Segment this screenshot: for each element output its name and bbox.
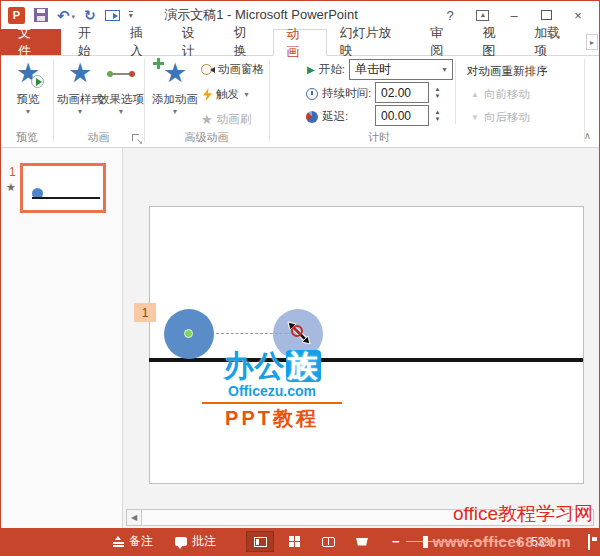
save-icon[interactable] [34,8,48,22]
lightning-icon [203,88,212,101]
undo-icon[interactable]: ↶ [57,8,75,23]
animation-pane-icon [201,63,214,76]
start-label-row: ▶ 开始: [307,62,345,77]
thumbnail-line [32,197,100,199]
slide[interactable] [149,206,584,484]
animation-pane-button[interactable]: 动画窗格 [201,62,264,77]
comments-icon [175,537,187,546]
chevron-down-icon: ▼ [243,91,250,98]
slide-canvas[interactable]: 1 办公族 Officezu.com PPT教程 [124,148,599,528]
animation-painter-button[interactable]: ★ 动画刷 [201,112,251,127]
tab-overflow-icon[interactable]: ▸ [586,34,598,50]
slide-thumbnails-panel: 1 ★ [1,148,123,528]
ribbon: ★ 预览 ▼ 预览 ★ 动画样式 ▼ 效果选项 ▼ 动画 ★ 添加动画 ▼ 动画… [1,56,599,148]
delay-pie-icon [306,111,318,123]
redo-icon[interactable]: ↻ [84,8,96,22]
tab-addins[interactable]: 加载项 [521,29,586,55]
tab-file[interactable]: 文件 [1,29,61,55]
slide-sorter-icon [289,536,300,547]
tab-review[interactable]: 审阅 [417,29,469,55]
quick-access-toolbar: P ↶ ↻ ▾ [1,7,133,24]
notes-icon [113,536,124,547]
scroll-left-icon[interactable]: ◀ [126,509,142,526]
content-area: 1 ★ 1 [1,148,599,528]
chevron-down-icon: ▼ [25,108,32,116]
tab-home[interactable]: 开始 [65,29,117,55]
timing-separator [455,60,456,124]
slide-thumbnail[interactable] [20,163,106,213]
ribbon-tabs: 文件 开始 插入 设计 切换 动画 幻灯片放映 审阅 视图 加载项 ▸ [1,29,599,56]
dialog-launcher-icon[interactable] [132,134,142,144]
animation-indicator-star-icon: ★ [6,181,16,194]
ribbon-display-options-icon[interactable] [469,4,495,26]
move-earlier-button[interactable]: ▲ 向前移动 [471,87,530,102]
animation-order-badge[interactable]: 1 [134,303,156,322]
preview-star-icon: ★ [16,58,40,90]
window-controls: ? – × [437,4,599,26]
chevron-down-icon: ▼ [77,108,84,116]
reading-view-button[interactable] [314,531,342,552]
slideshow-icon [356,538,368,546]
add-animation-star-icon: ★ [163,58,187,90]
trigger-button[interactable]: 触发 ▼ [203,87,250,102]
start-dropdown[interactable]: 单击时 ▼ [349,59,453,80]
motion-path-start-dot[interactable] [184,329,193,338]
delay-input[interactable]: 00.00 [375,105,429,126]
resize-cursor-icon [286,320,312,346]
start-slideshow-icon[interactable] [105,10,120,21]
status-bar: 备注 批注 − + 53% www.office68.com [1,528,599,555]
watermark-divider [202,402,342,404]
chevron-down-icon: ▼ [118,108,125,116]
group-name-advanced: 高级动画 [144,130,269,145]
fit-to-window-button[interactable] [588,535,590,549]
chevron-down-icon[interactable]: ▼ [437,60,452,79]
tab-slideshow[interactable]: 幻灯片放映 [327,29,418,55]
minimize-icon[interactable]: – [501,4,527,26]
group-name-preview: 预览 [1,130,53,145]
normal-view-icon [254,537,267,547]
notes-button[interactable]: 备注 [113,533,153,550]
delay-spinner[interactable]: ▲▼ [431,105,444,126]
powerpoint-logo-icon[interactable]: P [8,7,25,24]
slide-number: 1 [9,165,16,179]
tab-animations[interactable]: 动画 [273,29,327,56]
delay-label-row: 延迟: [306,109,348,124]
effect-options-icon [107,58,135,90]
reading-view-icon [322,537,335,547]
maximize-icon[interactable] [533,4,559,26]
duration-input[interactable]: 02.00 [375,82,429,103]
comments-button[interactable]: 批注 [175,533,216,550]
group-name-animation: 动画 [53,130,144,145]
close-icon[interactable]: × [565,4,591,26]
triangle-down-icon: ▼ [471,113,479,122]
duration-spinner[interactable]: ▲▼ [431,82,444,103]
collapse-ribbon-icon[interactable]: ∧ [584,130,591,141]
fit-to-window-icon [588,534,590,550]
triangle-up-icon: ▲ [471,90,479,99]
play-icon [31,75,44,88]
animation-styles-star-icon: ★ [68,58,92,90]
tab-insert[interactable]: 插入 [117,29,169,55]
tab-view[interactable]: 视图 [469,29,521,55]
move-later-button[interactable]: ▼ 向后移动 [471,110,530,125]
animation-painter-icon: ★ [201,113,213,126]
animation-styles-button[interactable]: ★ 动画样式 ▼ [56,58,104,116]
zoom-slider-thumb[interactable] [423,536,428,548]
start-play-icon: ▶ [307,64,315,75]
preview-button[interactable]: ★ 预览 ▼ [5,58,51,116]
zoom-out-icon[interactable]: − [392,534,400,549]
effect-options-button[interactable]: 效果选项 ▼ [98,58,144,116]
site-watermark: office教程学习网 [453,501,593,527]
tab-transitions[interactable]: 切换 [221,29,273,55]
tab-design[interactable]: 设计 [169,29,221,55]
normal-view-button[interactable] [246,531,274,552]
plus-icon [153,58,164,69]
duration-clock-icon [306,88,318,100]
slide-sorter-view-button[interactable] [280,531,308,552]
add-animation-button[interactable]: ★ 添加动画 ▼ [151,58,199,116]
statusbar-watermark: www.office68.com [433,533,571,550]
help-icon[interactable]: ? [437,4,463,26]
chevron-down-icon: ▼ [172,108,179,116]
powerpoint-window: P ↶ ↻ ▾ 演示文稿1 - Microsoft PowerPoint ? –… [0,0,600,556]
slideshow-view-button[interactable] [348,531,376,552]
